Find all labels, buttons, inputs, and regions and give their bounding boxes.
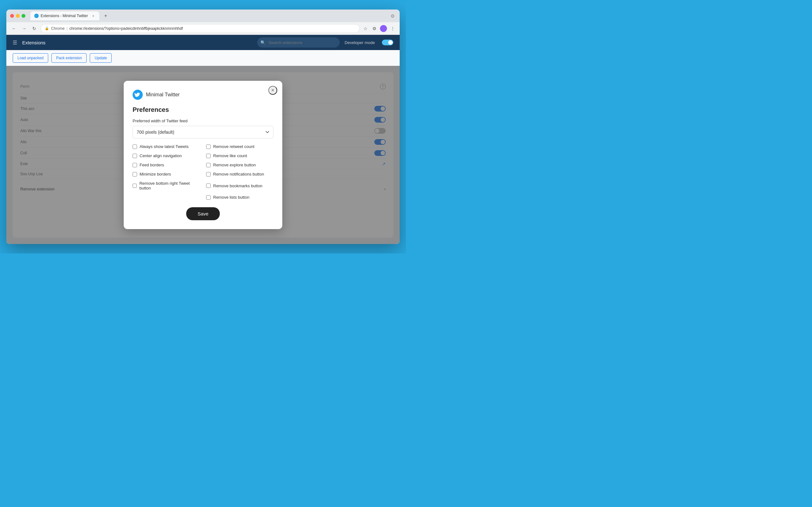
title-bar: 🐦 Extensions - Minimal Twitter × + ⊙ — [6, 9, 400, 22]
checkbox-item-empty — [133, 195, 200, 200]
modal-overlay: Minimal Twitter × Preferences Preferred … — [6, 66, 400, 244]
checkbox-remove-lists-label: Remove lists button — [213, 195, 249, 200]
checkbox-remove-tweet-btn[interactable] — [133, 183, 137, 188]
checkbox-center-align-label: Center align navigation — [140, 153, 182, 158]
checkbox-always-show-label: Always show latest Tweets — [140, 144, 189, 149]
checkbox-item-always-show: Always show latest Tweets — [133, 144, 200, 149]
modal-title: Minimal Twitter — [146, 92, 180, 98]
checkbox-item-remove-like: Remove like count — [206, 153, 273, 158]
checkboxes-grid: Always show latest Tweets Remove retweet… — [133, 144, 273, 200]
extensions-menu-icon[interactable]: ☰ — [13, 40, 17, 46]
bookmark-icon[interactable]: ☆ — [362, 25, 368, 32]
toolbar-row: Load unpacked Pack extension Update — [6, 50, 400, 66]
tab-close-button[interactable]: × — [91, 14, 96, 18]
checkbox-remove-lists[interactable] — [206, 195, 211, 200]
load-unpacked-button[interactable]: Load unpacked — [13, 53, 48, 63]
url-text: chrome://extensions/?options=padeicdinhn… — [69, 26, 183, 31]
width-select[interactable]: 700 pixels (default) 600 pixels 800 pixe… — [133, 126, 273, 138]
url-separator: | — [67, 26, 67, 31]
tab-title: Extensions - Minimal Twitter — [41, 14, 88, 18]
browser-window: 🐦 Extensions - Minimal Twitter × + ⊙ ← →… — [6, 9, 400, 244]
checkbox-remove-explore-label: Remove explore button — [213, 163, 256, 167]
checkbox-remove-retweet[interactable] — [206, 145, 211, 149]
modal-header: Minimal Twitter — [133, 90, 273, 100]
checkbox-remove-bookmarks-label: Remove bookmarks button — [213, 183, 262, 188]
width-label: Preferred width of Twitter feed — [133, 118, 273, 123]
refresh-button[interactable]: ↻ — [31, 25, 38, 32]
checkbox-remove-notifications-label: Remove notifications button — [213, 172, 264, 176]
main-content: Perm ? Site This acc Auto Allo War this … — [6, 66, 400, 244]
preferences-heading: Preferences — [133, 106, 273, 113]
search-wrap: 🔍 — [257, 38, 340, 48]
modal-logo-icon — [133, 90, 143, 100]
url-bar-actions: ☆ ⚙ ⋮ — [362, 25, 396, 32]
minimize-button[interactable] — [16, 14, 20, 18]
url-lock-icon: 🔒 — [45, 26, 49, 31]
extensions-icon[interactable]: ⚙ — [371, 25, 377, 32]
search-input[interactable] — [257, 38, 340, 48]
checkbox-feed-borders-label: Feed borders — [140, 163, 164, 167]
checkbox-remove-like-label: Remove like count — [213, 153, 247, 158]
checkbox-item-remove-notifications: Remove notifications button — [206, 172, 273, 176]
checkbox-item-center-align: Center align navigation — [133, 153, 200, 158]
checkbox-item-minimize-borders: Minimize borders — [133, 172, 200, 176]
url-chrome-label: Chrome — [51, 26, 65, 31]
checkbox-remove-explore[interactable] — [206, 163, 211, 167]
close-button[interactable] — [10, 14, 14, 18]
checkbox-minimize-borders-label: Minimize borders — [140, 172, 171, 176]
checkbox-center-align[interactable] — [133, 154, 137, 158]
update-button[interactable]: Update — [90, 53, 112, 63]
traffic-lights — [10, 14, 26, 18]
more-menu-icon[interactable]: ⋮ — [390, 25, 396, 32]
browser-tab[interactable]: 🐦 Extensions - Minimal Twitter × — [31, 11, 99, 20]
save-button[interactable]: Save — [186, 207, 220, 220]
preferences-modal: Minimal Twitter × Preferences Preferred … — [124, 81, 282, 229]
dev-mode-label: Developer mode — [345, 40, 375, 45]
maximize-button[interactable] — [21, 14, 26, 18]
extensions-header: ☰ Extensions 🔍 Developer mode — [6, 35, 400, 50]
avatar[interactable] — [380, 25, 387, 32]
pack-extension-button[interactable]: Pack extension — [51, 53, 87, 63]
url-bar-row: ← → ↻ 🔒 Chrome | chrome://extensions/?op… — [6, 22, 400, 35]
search-icon: 🔍 — [260, 40, 265, 45]
screencast-icon: ⊙ — [390, 13, 396, 19]
checkbox-item-remove-explore: Remove explore button — [206, 163, 273, 167]
checkbox-remove-retweet-label: Remove retweet count — [213, 144, 254, 149]
checkbox-item-remove-retweet: Remove retweet count — [206, 144, 273, 149]
checkbox-minimize-borders[interactable] — [133, 172, 137, 176]
checkbox-remove-tweet-btn-label: Remove bottom right Tweet button — [139, 181, 200, 190]
checkbox-always-show[interactable] — [133, 145, 137, 149]
checkbox-item-remove-tweet-btn: Remove bottom right Tweet button — [133, 181, 200, 190]
checkbox-remove-bookmarks[interactable] — [206, 183, 211, 188]
checkbox-item-feed-borders: Feed borders — [133, 163, 200, 167]
forward-button[interactable]: → — [20, 25, 28, 32]
checkbox-feed-borders[interactable] — [133, 163, 137, 167]
modal-close-button[interactable]: × — [268, 86, 277, 95]
checkbox-item-remove-bookmarks: Remove bookmarks button — [206, 181, 273, 190]
tab-favicon: 🐦 — [34, 14, 39, 18]
checkbox-remove-like[interactable] — [206, 154, 211, 158]
url-bar[interactable]: 🔒 Chrome | chrome://extensions/?options=… — [41, 24, 360, 33]
new-tab-button[interactable]: + — [102, 12, 109, 20]
back-button[interactable]: ← — [10, 25, 18, 32]
extensions-page-title: Extensions — [22, 40, 45, 45]
checkbox-remove-notifications[interactable] — [206, 172, 211, 176]
developer-mode-toggle[interactable] — [382, 40, 393, 45]
checkbox-item-remove-lists: Remove lists button — [206, 195, 273, 200]
